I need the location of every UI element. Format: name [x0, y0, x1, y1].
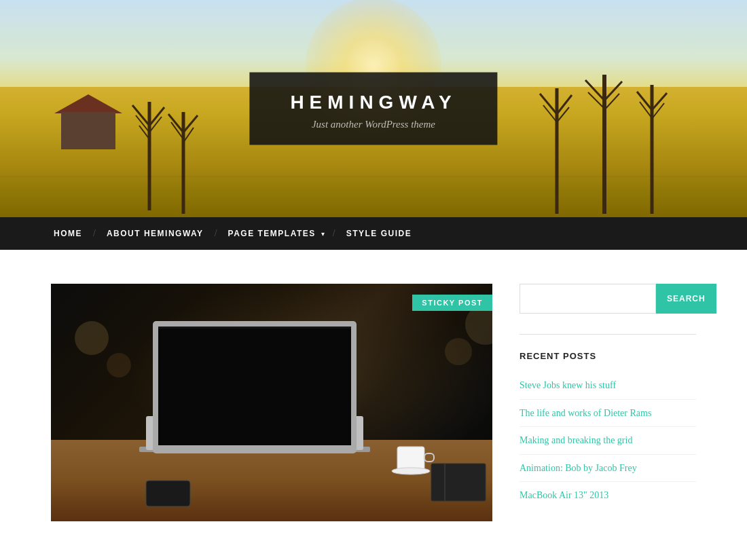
nav-sep-2: /: [206, 228, 225, 239]
recent-post-item: MacBook Air 13" 2013: [520, 482, 696, 509]
nav-item-about: ABOUT HEMINGWAY: [104, 229, 206, 238]
featured-image-wrapper: STICKY POST: [51, 284, 492, 521]
featured-image-bg: [51, 284, 492, 521]
recent-posts-title: RECENT POSTS: [520, 351, 696, 361]
svg-point-36: [392, 468, 430, 474]
content-wrapper: STICKY POST SEARCH RECENT POSTS Steve Jo…: [0, 250, 747, 555]
nav-link-home[interactable]: HOME: [51, 229, 85, 238]
nav-separator-1: /: [93, 228, 96, 239]
nav-sep-1: /: [85, 228, 104, 239]
recent-posts-list: Steve Jobs knew his stuffThe life and wo…: [520, 372, 696, 509]
main-content: STICKY POST: [51, 284, 492, 521]
svg-rect-34: [397, 447, 424, 470]
sticky-badge: STICKY POST: [412, 295, 492, 311]
site-tagline: Just another WordPress theme: [290, 119, 456, 130]
nav-separator-2: /: [215, 228, 217, 239]
recent-post-item: Making and breaking the grid: [520, 427, 696, 455]
nav-sep-3: /: [325, 228, 344, 239]
search-input[interactable]: [520, 284, 656, 314]
main-nav: HOME / ABOUT HEMINGWAY / PAGE TEMPLATES …: [0, 217, 747, 250]
nav-item-page-templates: PAGE TEMPLATES ▾: [225, 229, 325, 238]
recent-posts-widget: RECENT POSTS Steve Jobs knew his stuffTh…: [520, 351, 696, 509]
svg-rect-37: [146, 481, 190, 506]
recent-post-item: Steve Jobs knew his stuff: [520, 372, 696, 400]
sidebar: SEARCH RECENT POSTS Steve Jobs knew his …: [520, 284, 696, 521]
nav-link-style-guide[interactable]: STYLE GUIDE: [344, 229, 415, 238]
search-widget: SEARCH: [520, 284, 696, 314]
svg-point-43: [445, 338, 472, 365]
nav-item-home: HOME: [51, 229, 85, 238]
sidebar-divider: [520, 334, 696, 335]
svg-rect-32: [158, 326, 351, 445]
recent-post-item: The life and works of Dieter Rams: [520, 400, 696, 428]
recent-post-link[interactable]: MacBook Air 13" 2013: [520, 490, 608, 500]
recent-post-item: Animation: Bob by Jacob Frey: [520, 455, 696, 483]
nav-list: HOME / ABOUT HEMINGWAY / PAGE TEMPLATES …: [51, 228, 414, 239]
nav-item-style-guide: STYLE GUIDE: [344, 229, 415, 238]
post-image-svg: [51, 284, 492, 521]
nav-separator-3: /: [333, 228, 335, 239]
site-title: HEMINGWAY: [290, 92, 456, 113]
recent-post-link[interactable]: The life and works of Dieter Rams: [520, 408, 651, 418]
search-button[interactable]: SEARCH: [656, 284, 716, 314]
recent-post-link[interactable]: Making and breaking the grid: [520, 435, 632, 445]
recent-post-link[interactable]: Animation: Bob by Jacob Frey: [520, 463, 637, 473]
site-header: HEMINGWAY Just another WordPress theme: [0, 0, 747, 217]
recent-post-link[interactable]: Steve Jobs knew his stuff: [520, 380, 616, 390]
nav-link-about[interactable]: ABOUT HEMINGWAY: [104, 229, 206, 238]
svg-rect-33: [158, 326, 351, 329]
site-title-box: HEMINGWAY Just another WordPress theme: [249, 73, 497, 145]
featured-post: STICKY POST: [51, 284, 492, 521]
svg-rect-38: [431, 464, 486, 501]
svg-point-40: [75, 321, 109, 355]
nav-link-page-templates[interactable]: PAGE TEMPLATES: [225, 229, 318, 238]
barn-decoration: [54, 95, 122, 149]
svg-point-41: [107, 353, 131, 377]
